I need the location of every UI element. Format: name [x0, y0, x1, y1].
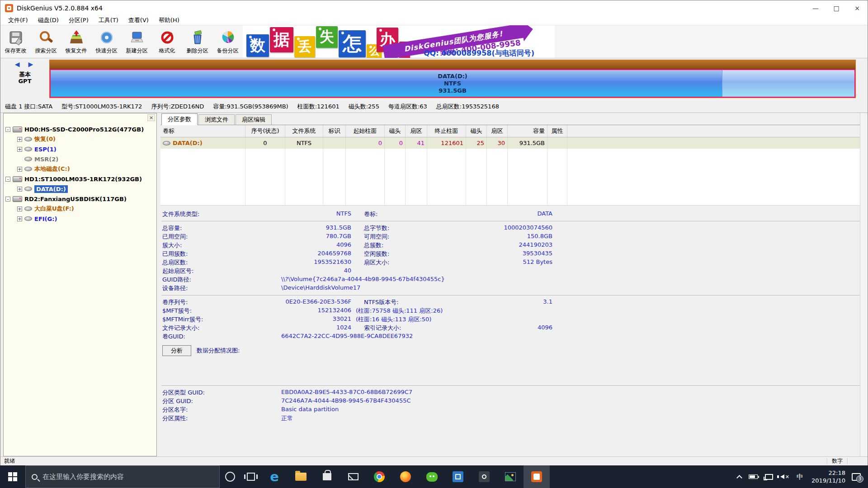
- start-button[interactable]: [0, 465, 25, 488]
- store-button[interactable]: [314, 465, 340, 488]
- tree-close-icon[interactable]: ×: [147, 114, 155, 121]
- disk-icon: [13, 176, 22, 182]
- minimize-button[interactable]: —: [805, 0, 826, 16]
- menu-tools[interactable]: 工具(T): [94, 16, 123, 24]
- menu-file[interactable]: 文件(F): [3, 16, 33, 24]
- prev-disk-button[interactable]: ◀: [14, 61, 23, 68]
- collapse-icon[interactable]: -: [5, 197, 10, 202]
- col-capacity[interactable]: 容量: [508, 125, 547, 137]
- search-partition-button[interactable]: 搜索分区: [31, 25, 61, 58]
- expand-icon[interactable]: +: [17, 187, 22, 192]
- disk-info-model: 型号:ST1000LM035-1RK172: [61, 103, 142, 111]
- taskbar-search-input[interactable]: 在这里输入你要搜索的内容: [25, 465, 220, 488]
- partition-icon: [24, 157, 32, 161]
- menu-help[interactable]: 帮助(H): [154, 16, 184, 24]
- tree-item-partition-f[interactable]: + 大白菜U盘(F:): [5, 204, 156, 214]
- edge-button[interactable]: e: [261, 465, 288, 488]
- tree-item-partition-esp[interactable]: + ESP(1): [5, 144, 156, 154]
- promo-banner: 数 据 丢 失 怎 么 办 ! DiskGenius团队为您服务! 致电: 40…: [243, 25, 555, 58]
- divider: [827, 458, 827, 464]
- partition-bar-data-d[interactable]: DATA(D:) NTFS 931.5GB: [50, 69, 855, 98]
- expand-icon[interactable]: +: [17, 147, 22, 152]
- expand-icon[interactable]: +: [17, 167, 22, 172]
- col-start-sector[interactable]: 扇区: [406, 125, 427, 137]
- detail-label: 已用簇数:: [162, 250, 188, 258]
- app-blue-button[interactable]: [445, 465, 471, 488]
- tree-item-partition-c[interactable]: + 本地磁盘(C:): [5, 164, 156, 174]
- table-row-data-d[interactable]: DATA(D:) 0 NTFS 0 0 41 121601 25 30 931.…: [160, 137, 860, 149]
- format-button[interactable]: 格式化: [152, 25, 182, 58]
- new-partition-button[interactable]: 新建分区: [122, 25, 152, 58]
- disk-type-basic: 基本: [0, 71, 49, 78]
- quick-partition-button[interactable]: 快速分区: [91, 25, 122, 58]
- tree-item-partition-recovery[interactable]: + 恢复(0): [5, 134, 156, 144]
- tree-item-partition-data-d[interactable]: + DATA(D:): [5, 184, 156, 194]
- delete-partition-button[interactable]: 删除分区: [182, 25, 212, 58]
- tree-item-disk-hd1[interactable]: - HD1:ST1000LM035-1RK172(932GB): [5, 174, 156, 184]
- cell-capacity: 931.5GB: [508, 137, 547, 149]
- expand-icon[interactable]: +: [17, 137, 22, 142]
- cortana-button[interactable]: [220, 465, 241, 488]
- col-attr[interactable]: 属性: [547, 125, 567, 137]
- detail-value: 780.7GB: [225, 233, 351, 239]
- detail-label: 卷标:: [364, 210, 377, 218]
- maximize-button[interactable]: □: [826, 0, 847, 16]
- tab-sector-edit[interactable]: 扇区编辑: [236, 114, 272, 125]
- close-button[interactable]: ×: [847, 0, 868, 16]
- col-start-cylinder[interactable]: 起始柱面: [346, 125, 385, 137]
- wechat-button[interactable]: [419, 465, 445, 488]
- col-start-head[interactable]: 磁头: [385, 125, 406, 137]
- clock[interactable]: 22:18 2019/11/10: [807, 469, 850, 484]
- mail-button[interactable]: [340, 465, 366, 488]
- expand-icon[interactable]: +: [17, 206, 22, 211]
- analyze-button[interactable]: 分析: [162, 345, 191, 356]
- menu-disk[interactable]: 磁盘(D): [33, 16, 64, 24]
- tree-item-disk-rd2[interactable]: - RD2:FanxiangUSBDISK(117GB): [5, 194, 156, 204]
- collapse-icon[interactable]: -: [5, 127, 10, 132]
- action-center-button[interactable]: 3: [852, 473, 861, 481]
- collapse-icon[interactable]: -: [5, 177, 10, 182]
- tree-item-partition-msr[interactable]: MSR(2): [5, 154, 156, 164]
- disk-info-cylinders: 柱面数:121601: [297, 103, 340, 111]
- detail-value: 204659768: [225, 250, 351, 257]
- next-disk-button[interactable]: ▶: [27, 61, 36, 68]
- expand-icon[interactable]: +: [17, 216, 22, 221]
- col-end-sector[interactable]: 扇区: [487, 125, 508, 137]
- backup-partition-icon: [219, 28, 237, 47]
- tree-item-partition-efi-g[interactable]: + EFI(G:): [5, 214, 156, 224]
- col-end-head[interactable]: 磁头: [466, 125, 487, 137]
- tree-item-label: MSR(2): [34, 156, 58, 163]
- menu-partition[interactable]: 分区(P): [64, 16, 94, 24]
- col-end-cylinder[interactable]: 终止柱面: [427, 125, 466, 137]
- firefox-button[interactable]: [392, 465, 419, 488]
- menu-view[interactable]: 查看(V): [123, 16, 154, 24]
- format-icon: [158, 28, 176, 47]
- detail-value-ext: (柱面:16 磁头:113 扇区:50): [356, 315, 431, 324]
- vertical-scrollbar[interactable]: [860, 113, 868, 456]
- app-dark-button[interactable]: [471, 465, 497, 488]
- volume-button[interactable]: ✕: [777, 474, 793, 480]
- col-volume[interactable]: 卷标: [160, 125, 245, 137]
- network-button[interactable]: [761, 474, 777, 480]
- tab-browse-files[interactable]: 浏览文件: [198, 114, 235, 125]
- battery-button[interactable]: [745, 474, 761, 479]
- tab-partition-params[interactable]: 分区参数: [161, 113, 198, 125]
- chrome-button[interactable]: [366, 465, 392, 488]
- cell-end-sector: 30: [487, 137, 508, 149]
- col-index-status[interactable]: 序号(状态): [245, 125, 285, 137]
- detail-value: 1953521630: [225, 258, 351, 265]
- col-flag[interactable]: 标识: [323, 125, 346, 137]
- save-changes-button[interactable]: 保存更改: [0, 25, 31, 58]
- task-view-button[interactable]: [241, 465, 261, 488]
- tray-chevron-button[interactable]: [734, 474, 745, 480]
- backup-partition-button[interactable]: 备份分区: [212, 25, 243, 58]
- col-filesystem[interactable]: 文件系统: [285, 125, 323, 137]
- ime-indicator[interactable]: 中: [793, 473, 807, 481]
- banner-qq: QQ: 4000089958(与电话同号): [424, 49, 534, 58]
- file-explorer-button[interactable]: [288, 465, 314, 488]
- diskgenius-taskbar-button[interactable]: [524, 465, 550, 488]
- tree-item-disk-hd0[interactable]: - HD0:HS-SSD-C2000Pro512G(477GB): [5, 124, 156, 134]
- recover-files-button[interactable]: 恢复文件: [61, 25, 91, 58]
- menu-bar: 文件(F) 磁盘(D) 分区(P) 工具(T) 查看(V) 帮助(H): [0, 16, 868, 25]
- photos-button[interactable]: [497, 465, 524, 488]
